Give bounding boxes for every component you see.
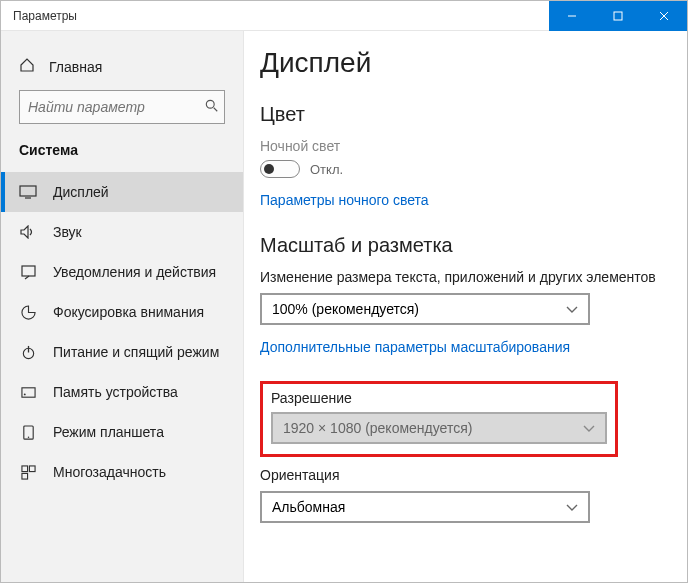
- sidebar: Главная Система Дисплей Звук Уведомле: [1, 31, 244, 582]
- tablet-icon: [19, 425, 37, 440]
- sidebar-item-label: Уведомления и действия: [53, 264, 216, 280]
- svg-rect-12: [21, 387, 34, 396]
- orientation-dropdown[interactable]: Альбомная: [260, 491, 590, 523]
- night-light-label: Ночной свет: [260, 138, 687, 154]
- svg-rect-1: [614, 12, 622, 20]
- section-label: Система: [1, 142, 243, 172]
- scale-value: 100% (рекомендуется): [272, 301, 419, 317]
- main-panel: Дисплей Цвет Ночной свет Откл. Параметры…: [244, 31, 687, 582]
- sidebar-item-storage[interactable]: Память устройства: [1, 372, 243, 412]
- storage-icon: [19, 385, 37, 400]
- sidebar-item-focus[interactable]: Фокусировка внимания: [1, 292, 243, 332]
- minimize-button[interactable]: [549, 1, 595, 31]
- sidebar-item-label: Многозадачность: [53, 464, 166, 480]
- svg-point-13: [23, 393, 25, 395]
- focus-icon: [19, 305, 37, 320]
- svg-rect-6: [20, 186, 36, 196]
- svg-rect-18: [21, 473, 27, 479]
- chevron-down-icon: [566, 499, 578, 515]
- svg-rect-16: [21, 465, 27, 471]
- close-button[interactable]: [641, 1, 687, 31]
- sidebar-item-display[interactable]: Дисплей: [1, 172, 243, 212]
- svg-point-15: [27, 436, 29, 438]
- home-label: Главная: [49, 59, 102, 75]
- sidebar-item-sound[interactable]: Звук: [1, 212, 243, 252]
- sidebar-item-label: Фокусировка внимания: [53, 304, 204, 320]
- svg-point-4: [206, 100, 214, 108]
- svg-rect-8: [22, 266, 35, 276]
- sidebar-item-label: Дисплей: [53, 184, 109, 200]
- scale-heading: Масштаб и разметка: [260, 234, 687, 257]
- sidebar-item-notifications[interactable]: Уведомления и действия: [1, 252, 243, 292]
- search-input[interactable]: [19, 90, 225, 124]
- svg-rect-17: [29, 465, 35, 471]
- resolution-label: Разрешение: [271, 390, 607, 406]
- page-title: Дисплей: [260, 47, 687, 79]
- sidebar-item-multitasking[interactable]: Многозадачность: [1, 452, 243, 492]
- nav-list: Дисплей Звук Уведомления и действия Фоку…: [1, 172, 243, 492]
- scale-dropdown[interactable]: 100% (рекомендуется): [260, 293, 590, 325]
- chevron-down-icon: [583, 420, 595, 436]
- scale-label: Изменение размера текста, приложений и д…: [260, 269, 687, 285]
- maximize-button[interactable]: [595, 1, 641, 31]
- search-icon: [205, 99, 219, 116]
- power-icon: [19, 345, 37, 360]
- sidebar-item-tablet[interactable]: Режим планшета: [1, 412, 243, 452]
- chevron-down-icon: [566, 301, 578, 317]
- search-field[interactable]: [28, 99, 205, 115]
- resolution-highlight: Разрешение 1920 × 1080 (рекомендуется): [260, 381, 618, 457]
- notifications-icon: [19, 265, 37, 280]
- resolution-dropdown[interactable]: 1920 × 1080 (рекомендуется): [271, 412, 607, 444]
- sidebar-item-label: Звук: [53, 224, 82, 240]
- night-light-settings-link[interactable]: Параметры ночного света: [260, 192, 429, 208]
- advanced-scaling-link[interactable]: Дополнительные параметры масштабирования: [260, 339, 570, 355]
- sidebar-item-label: Режим планшета: [53, 424, 164, 440]
- window-controls: [549, 1, 687, 31]
- sidebar-item-label: Память устройства: [53, 384, 178, 400]
- display-icon: [19, 185, 37, 199]
- color-heading: Цвет: [260, 103, 687, 126]
- svg-line-5: [214, 107, 218, 111]
- orientation-label: Ориентация: [260, 467, 687, 483]
- sound-icon: [19, 225, 37, 239]
- multitasking-icon: [19, 465, 37, 480]
- sidebar-item-power[interactable]: Питание и спящий режим: [1, 332, 243, 372]
- sidebar-item-label: Питание и спящий режим: [53, 344, 219, 360]
- night-light-state: Откл.: [310, 162, 343, 177]
- home-link[interactable]: Главная: [1, 49, 243, 90]
- night-light-toggle[interactable]: [260, 160, 300, 178]
- resolution-value: 1920 × 1080 (рекомендуется): [283, 420, 472, 436]
- orientation-value: Альбомная: [272, 499, 345, 515]
- window-title: Параметры: [1, 9, 549, 23]
- home-icon: [19, 57, 35, 76]
- titlebar: Параметры: [1, 1, 687, 31]
